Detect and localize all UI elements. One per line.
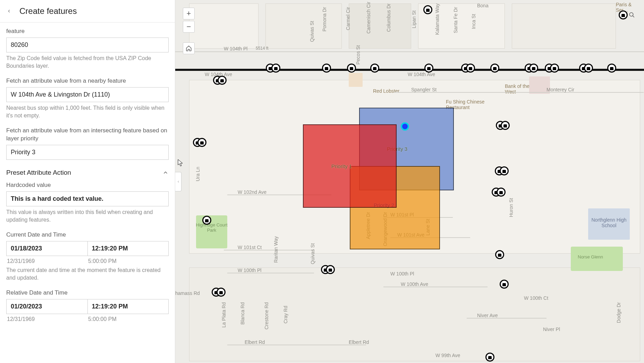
bus-stop-icon[interactable] xyxy=(218,76,227,85)
road-label: Pomona Dr xyxy=(322,7,327,32)
bus-stop-icon[interactable] xyxy=(529,64,538,73)
road-label: Spangler St xyxy=(411,87,437,92)
field-help: The current date and time at the moment … xyxy=(6,266,169,281)
relative-time-default: 5:00:00 PM xyxy=(87,316,169,322)
road-label: Niver Ave xyxy=(477,313,498,318)
poi-label: Fu Shing Chinese Restaurant xyxy=(446,99,501,110)
bus-stop-icon[interactable] xyxy=(485,353,494,362)
current-date-input[interactable] xyxy=(6,241,87,256)
road-label: W 100th Pl xyxy=(238,267,261,273)
back-button[interactable] xyxy=(5,7,13,15)
bus-stop-icon[interactable] xyxy=(550,64,559,73)
cursor-icon xyxy=(178,159,183,167)
road-label: W 102nd Ave xyxy=(238,189,266,195)
bus-stop-icon[interactable] xyxy=(607,64,616,73)
road-label: La Plata Rd xyxy=(221,302,227,328)
field-relative-dt: Relative Date and Time 12/31/1969 5:00:0… xyxy=(6,289,169,322)
field-label: feature xyxy=(6,27,169,35)
bus-stop-icon[interactable] xyxy=(490,64,499,73)
bus-stop-icon[interactable] xyxy=(271,64,280,73)
bus-stop-icon[interactable] xyxy=(322,64,331,73)
bus-stop-icon[interactable] xyxy=(370,64,379,73)
section-header-preset[interactable]: Preset Attribute Action xyxy=(6,169,169,176)
field-hardcoded: Hardcoded value This value is always wri… xyxy=(6,181,169,223)
road-label: Bona xyxy=(477,3,489,8)
bus-stop-icon[interactable] xyxy=(466,64,475,73)
bus-stop-icon[interactable] xyxy=(347,64,356,73)
road-label: W 100th Ct xyxy=(524,295,548,301)
road-label: Ura Ln xyxy=(195,167,201,181)
field-help: Nearest bus stop within 1,000 feet. This… xyxy=(6,104,169,119)
bus-stop-icon[interactable] xyxy=(501,121,510,130)
panel-collapse-handle[interactable] xyxy=(175,172,181,191)
bus-stop-icon[interactable] xyxy=(202,216,211,225)
road-label: Cray Rd xyxy=(283,306,288,323)
bus-stop-icon[interactable] xyxy=(423,5,432,14)
road-label: Carmel Cir xyxy=(345,7,351,30)
bus-stop-icon[interactable] xyxy=(326,265,335,274)
road-label: Camenisch Cir xyxy=(366,2,371,34)
bus-stop-icon[interactable] xyxy=(584,64,593,73)
current-location-icon xyxy=(401,122,409,131)
road-label: W 100th Ave xyxy=(401,281,428,287)
field-nearby: Fetch an attribute value from a nearby f… xyxy=(6,77,169,119)
poly-label: Priority 1 xyxy=(331,163,352,169)
field-label: Fetch an attribute value from an interse… xyxy=(6,127,169,143)
home-button[interactable] xyxy=(183,42,195,54)
zoom-out-button[interactable]: − xyxy=(183,21,195,33)
bus-stop-icon[interactable] xyxy=(500,166,509,175)
bus-stop-icon[interactable] xyxy=(424,64,433,73)
road-label: Niver Pl xyxy=(543,327,560,332)
park-label: Norse Glenn xyxy=(578,254,603,259)
poi-label: Northglenn High School xyxy=(586,217,632,228)
road-label: Inca St xyxy=(471,14,476,29)
zip-input[interactable] xyxy=(6,38,169,52)
road-label: Elbert Rd xyxy=(349,339,369,345)
road-label: Monterey Cir xyxy=(546,87,574,92)
panel-header: Create features xyxy=(0,0,175,23)
poi-label: Bank of the West xyxy=(505,83,533,94)
svg-point-0 xyxy=(629,13,633,16)
road-label: Pecos St xyxy=(355,45,361,65)
bus-stop-icon[interactable] xyxy=(197,138,206,147)
hardcoded-input[interactable] xyxy=(6,191,169,206)
field-help: The Zip Code field value is fetched from… xyxy=(6,55,169,69)
bus-stop-icon[interactable] xyxy=(217,288,226,297)
zoom-in-button[interactable]: + xyxy=(183,8,195,19)
field-intersect: Fetch an attribute value from an interse… xyxy=(6,127,169,160)
road-label: Santa Fe Dr xyxy=(453,7,458,33)
map-canvas[interactable]: Highridge Court Park Norse Glenn Northgl… xyxy=(175,0,644,363)
relative-date-default: 12/31/1969 xyxy=(6,316,87,322)
create-features-panel: Create features feature The Zip Code fie… xyxy=(0,0,175,363)
field-label: Hardcoded value xyxy=(6,181,169,189)
road-label: Elbert Rd xyxy=(245,339,265,345)
relative-time-input[interactable] xyxy=(87,299,169,314)
field-help: This value is always written into this f… xyxy=(6,208,169,223)
road-label: Lipan St xyxy=(411,10,417,28)
bus-stop-icon[interactable] xyxy=(497,188,506,197)
road-label: hamass Rd xyxy=(175,290,200,296)
panel-body[interactable]: feature The Zip Code field value is fetc… xyxy=(0,23,175,363)
current-time-input[interactable] xyxy=(87,241,169,256)
road-label: Crestone Rd xyxy=(264,302,269,330)
road-label: W 99th Ave xyxy=(435,353,460,358)
search-button[interactable] xyxy=(626,9,638,21)
scale-label: 5514 ft xyxy=(256,46,269,51)
road-label: Blanca Rd xyxy=(240,302,245,325)
chevron-up-icon xyxy=(162,170,169,176)
bus-stop-icon[interactable] xyxy=(495,250,504,259)
road-label: W 100th Pl xyxy=(390,271,414,277)
current-time-default: 5:00:00 PM xyxy=(87,258,169,264)
road-label: Columbus Dr xyxy=(386,3,391,32)
section-title: Preset Attribute Action xyxy=(6,169,71,176)
road-label: W 104th Pl xyxy=(224,46,247,51)
poi-label: Red Lobster xyxy=(373,88,399,94)
relative-date-input[interactable] xyxy=(6,299,87,314)
current-date-default: 12/31/1969 xyxy=(6,258,87,264)
road-label: Kalamata Way xyxy=(434,3,440,35)
road-label: W 104th Ave xyxy=(408,72,435,77)
bus-stop-icon[interactable] xyxy=(500,280,509,289)
intersect-input[interactable] xyxy=(6,145,169,160)
field-label: Fetch an attribute value from a nearby f… xyxy=(6,77,169,85)
nearby-input[interactable] xyxy=(6,87,169,102)
